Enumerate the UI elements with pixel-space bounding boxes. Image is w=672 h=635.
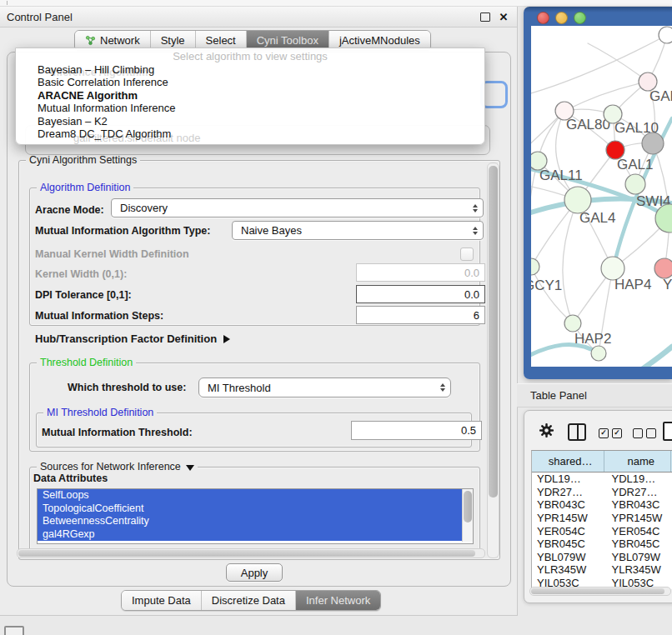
mi-steps-field[interactable]: 6 [356,306,485,324]
network-node[interactable] [531,258,539,275]
dpi-tolerance-field[interactable]: 0.0 [356,285,485,303]
network-edge[interactable] [531,267,573,323]
cell-name: YBL079W [605,551,672,563]
network-node[interactable] [591,346,606,361]
data-attributes-label: Data Attributes [33,472,108,484]
algorithm-option[interactable]: ARACNE Algorithm [16,89,484,102]
tab-impute-data[interactable]: Impute Data [122,591,202,610]
network-node-label: GAL80 [566,117,610,132]
column-header-shared-name[interactable]: shared… [532,451,604,472]
hub-transcription-section-toggle[interactable]: Hub/Transcription Factor Definition [35,332,230,345]
cyni-mode-tabbar: Impute Data Discretize Data Infer Networ… [121,590,381,611]
network-node[interactable] [642,132,664,154]
network-edge[interactable] [563,200,578,323]
scrollbar-thumb[interactable] [489,166,498,498]
cell-shared-name: YPR145W [532,512,605,524]
algorithm-option[interactable]: Basic Correlation Inference [16,76,484,88]
table-row[interactable]: YPR145W YPR145W 9. [532,512,672,525]
tab-infer-network[interactable]: Infer Network [296,591,380,610]
network-view-window[interactable]: GALGAL80GAL10GAL1SWI4GAL11GAL4GCY1HAP4YH… [524,7,672,379]
network-edge[interactable] [631,347,672,367]
network-node-label: GCY1 [531,278,562,293]
attribute-item[interactable]: TopologicalCoefficient [38,502,467,516]
minimized-panel-icon[interactable] [4,626,24,635]
mi-algorithm-type-label: Mutual Information Algorithm Type: [35,225,210,237]
algorithm-option[interactable]: Mutual Information Inference [16,102,484,114]
settings-horizontal-scrollbar[interactable] [17,548,485,558]
combo-value: Naive Bayes [241,224,302,237]
mi-threshold-field[interactable]: 0.5 [351,421,482,440]
table-body: YDL19… YDL19… 13 YDR27… YDR27… 12 YBR043… [532,472,672,589]
network-canvas[interactable]: GALGAL80GAL10GAL1SWI4GAL11GAL4GCY1HAP4YH… [531,26,672,367]
tab-label: Discretize Data [212,594,285,607]
tab-label: Cyni Toolbox [257,34,318,47]
toolbar-separator [7,1,8,5]
table-header-row: shared… name A [532,451,672,472]
network-node[interactable] [654,258,672,278]
cell-shared-name: YDL19… [532,472,605,485]
which-threshold-combobox[interactable]: MI Threshold [198,378,451,398]
network-node-label: GAL [649,88,672,104]
cell-name: YER054C [605,525,672,538]
collapsed-arrow-icon [223,335,230,343]
float-window-button[interactable] [479,11,492,22]
group-title: Algorithm Definition [37,182,133,193]
list-vertical-scrollbar[interactable] [462,489,473,542]
hub-section-label: Hub/Transcription Factor Definition [35,332,217,345]
new-table-icon[interactable] [663,422,672,441]
field-value: 6 [474,309,479,322]
network-edge[interactable] [564,82,648,111]
cell-shared-name: YER054C [532,525,605,538]
scrollbar-thumb[interactable] [464,491,472,522]
scrollbar-thumb[interactable] [531,588,664,594]
mi-algorithm-type-combobox[interactable]: Naive Bayes [232,221,484,240]
cell-shared-name: YDR27… [532,486,605,498]
select-all-checkboxes-icon[interactable]: ✓✓ [599,428,622,438]
manual-kernel-width-checkbox[interactable] [460,248,474,261]
kernel-width-label: Kernel Width (0,1): [35,268,127,280]
network-graph: GALGAL80GAL10GAL1SWI4GAL11GAL4GCY1HAP4YH… [531,26,672,367]
group-title: Threshold Definition [37,357,136,368]
minimize-window-icon[interactable] [555,12,568,24]
column-layout-icon[interactable] [568,423,586,441]
aracne-mode-combobox[interactable]: Discovery [111,198,484,218]
close-window-icon[interactable] [537,12,549,24]
table-row[interactable]: YBR043C YBR043C [532,498,672,512]
scrollbar-thumb[interactable] [18,550,475,557]
network-node[interactable] [659,27,672,43]
table-row[interactable]: YBR045C YBR045C 9. [532,538,672,551]
deselect-all-checkboxes-icon[interactable] [633,428,656,438]
algorithm-option[interactable]: Bayesian – Hill Climbing [16,63,484,76]
combo-value: MI Threshold [208,382,271,394]
group-title: Cyni Algorithm Settings [26,154,140,166]
column-header-name[interactable]: name [604,451,671,472]
app-toolbar-strip [0,0,672,7]
algorithm-option[interactable]: Bayesian – K2 [16,115,484,128]
close-panel-button[interactable]: ✕ [497,11,510,22]
zoom-window-icon[interactable] [574,12,586,24]
settings-vertical-scrollbar[interactable] [487,162,499,558]
table-row[interactable]: YDL19… YDL19… 13 [532,472,672,486]
apply-button[interactable]: Apply [226,563,283,582]
data-attributes-list[interactable]: SelfLoopsTopologicalCoefficientBetweenne… [37,488,474,544]
application-window: Control Panel ✕ Network Style Select Cyn… [0,0,672,635]
algorithm-option[interactable]: Dream8 DC_TDC Algorithm [16,128,484,140]
network-node[interactable] [564,315,581,332]
attribute-item[interactable]: BetweennessCentrality [38,515,467,528]
table-row[interactable]: YLR345W YLR345W 9. [532,563,672,577]
table-row[interactable]: YBL079W YBL079W [532,551,672,564]
control-panel-titlebar: Control Panel ✕ [0,7,517,28]
table-settings-gear-icon[interactable] [539,422,554,442]
table-row[interactable]: YER054C YER054C 8. [532,524,672,538]
attribute-item[interactable]: gal4RGexp [38,528,467,542]
tab-label: Infer Network [306,594,370,607]
apply-button-label: Apply [241,567,268,579]
attribute-item[interactable]: SelfLoops [38,489,467,502]
table-horizontal-scrollbar[interactable] [529,587,671,596]
combo-value: Discovery [120,202,168,214]
network-node[interactable] [625,174,645,194]
tab-discretize-data[interactable]: Discretize Data [202,591,296,610]
kernel-width-field[interactable]: 0.0 [356,263,485,282]
table-row[interactable]: YDR27… YDR27… 12 [532,486,672,499]
field-value: 0.0 [464,267,479,279]
